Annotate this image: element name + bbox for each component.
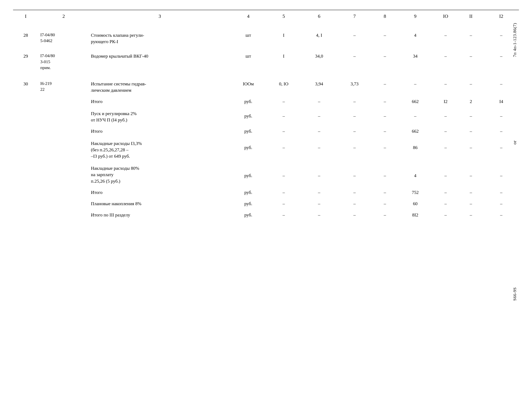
table-row: Итого руб. – – – – 662 – – – (13, 125, 519, 136)
cell-c8-itogo3: – (372, 186, 397, 197)
cell-c7-nak2: – (337, 161, 372, 186)
cell-c7-itogo3: – (337, 186, 372, 197)
cell-c7-28: – (337, 24, 372, 46)
cell-c8-pusk: – (372, 106, 397, 125)
cell-unit-itogofinal: руб. (231, 208, 266, 225)
cell-empty (13, 208, 38, 225)
cell-c7-29: – (337, 46, 372, 72)
cell-c6-28: 4, I (301, 24, 337, 46)
cell-num-28: 28 (13, 24, 38, 46)
cell-c6-itogo3: – (301, 186, 337, 197)
cell-empty (13, 95, 38, 106)
cell-c10-nak2: – (433, 161, 458, 186)
cell-desc-30: Испытание системы гидрав- лическим давле… (89, 72, 231, 95)
cell-empty (38, 161, 89, 186)
cell-c8-itogo2: – (372, 125, 397, 136)
th-col1: I (13, 10, 38, 24)
cell-c10-29: – (433, 46, 458, 72)
cell-unit-30: IOOм (231, 72, 266, 95)
cell-empty (38, 197, 89, 208)
cell-empty (13, 197, 38, 208)
th-col12: I2 (483, 10, 519, 24)
cell-empty (38, 208, 89, 225)
cell-c12-nak1: – (483, 136, 519, 161)
cell-plan: Плановые накопления 8% (89, 197, 231, 208)
cell-nakladnie1: Накладные расходы I3,3% (без п.25,26,27,… (89, 136, 231, 161)
cell-unit-itogo1: руб. (231, 95, 266, 106)
cell-unit-nak1: руб. (231, 136, 266, 161)
table-row: 28 I7-04/80 5-0462 Стоимость клапана рег… (13, 24, 519, 46)
cell-c11-30: – (458, 72, 483, 95)
cell-unit-nak2: руб. (231, 161, 266, 186)
cell-c5-pusk: – (266, 106, 301, 125)
cell-c11-itogo1: 2 (458, 95, 483, 106)
cell-c12-30: – (483, 72, 519, 95)
table-row: Накладные расходы 80% на зарплату п.25,2… (13, 161, 519, 186)
table-row: Итого руб. – – – – 752 – – – (13, 186, 519, 197)
cell-itogofinal: Итого по III разделу (89, 208, 231, 225)
cell-c9-29: 34 (397, 46, 433, 72)
cell-c9-plan: 60 (397, 197, 433, 208)
table-row: 29 I7-04/80 3-015 прим. Водомер крыльчат… (13, 46, 519, 72)
cell-c8-30: – (372, 72, 397, 95)
cell-c12-itogofinal: – (483, 208, 519, 225)
cell-c7-itogo1: – (337, 95, 372, 106)
cell-c5-itogo1: – (266, 95, 301, 106)
cell-c9-28: 4 (397, 24, 433, 46)
cell-c11-nak2: – (458, 161, 483, 186)
cell-empty (13, 136, 38, 161)
cell-num-29: 29 (13, 46, 38, 72)
cell-c6-itogo1: – (301, 95, 337, 106)
cell-c5-itogo2: – (266, 125, 301, 136)
cell-c8-itogo1: – (372, 95, 397, 106)
cell-c5-28: I (266, 24, 301, 46)
page-container: 7п 4п-1-123.86(7) or S66-9S I 2 3 4 5 (13, 10, 519, 225)
cell-c9-pusk: – (397, 106, 433, 125)
cell-empty (38, 186, 89, 197)
cell-c8-nak1: – (372, 136, 397, 161)
cell-c6-30: 3,94 (301, 72, 337, 95)
table-row: Плановые накопления 8% руб. – – – – 60 –… (13, 197, 519, 208)
cell-c5-itogo3: – (266, 186, 301, 197)
cell-code-28: I7-04/80 5-0462 (38, 24, 89, 46)
side-label-top: 7п 4п-1-123.86(7) (512, 23, 517, 57)
cell-c9-nak1: 86 (397, 136, 433, 161)
cell-num-30: 30 (13, 72, 38, 95)
cell-c6-nak2: – (301, 161, 337, 186)
cell-empty (13, 106, 38, 125)
cell-c11-itogo3: – (458, 186, 483, 197)
cell-c7-nak1: – (337, 136, 372, 161)
cell-c8-itogofinal: – (372, 208, 397, 225)
cell-c10-pusk: – (433, 106, 458, 125)
cell-c10-nak1: – (433, 136, 458, 161)
cell-empty (38, 106, 89, 125)
cell-c10-itogofinal: – (433, 208, 458, 225)
cell-c12-nak2: – (483, 161, 519, 186)
table-row: 30 I6-219 22 Испытание системы гидрав- л… (13, 72, 519, 95)
cell-unit-29: шт (231, 46, 266, 72)
cell-c12-itogo2: – (483, 125, 519, 136)
cell-c7-30: 3,73 (337, 72, 372, 95)
cell-c12-itogo1: I4 (483, 95, 519, 106)
cell-unit-28: шт (231, 24, 266, 46)
cell-c7-pusk: – (337, 106, 372, 125)
cell-c10-30: – (433, 72, 458, 95)
cell-code-29: I7-04/80 3-015 прим. (38, 46, 89, 72)
cell-nakladnie2: Накладные расходы 80% на зарплату п.25,2… (89, 161, 231, 186)
cell-unit-itogo3: руб. (231, 186, 266, 197)
cell-c10-plan: – (433, 197, 458, 208)
cell-unit-itogo2: руб. (231, 125, 266, 136)
cell-pusk: Пуск и регулировка 2% от НУЧ П (I4 руб.) (89, 106, 231, 125)
cell-desc-29: Водомер крыльчатый ВКГ-40 (89, 46, 231, 72)
table-row: Пуск и регулировка 2% от НУЧ П (I4 руб.)… (13, 106, 519, 125)
cell-c12-itogo3: – (483, 186, 519, 197)
cell-c9-itogofinal: 8I2 (397, 208, 433, 225)
cell-c6-itogofinal: – (301, 208, 337, 225)
cell-c9-30: – (397, 72, 433, 95)
cell-c9-itogo1: 662 (397, 95, 433, 106)
cell-c7-plan: – (337, 197, 372, 208)
table-row: Накладные расходы I3,3% (без п.25,26,27,… (13, 136, 519, 161)
side-label-bottom: S66-9S (512, 287, 517, 301)
cell-unit-pusk: руб. (231, 106, 266, 125)
cell-unit-plan: руб. (231, 197, 266, 208)
